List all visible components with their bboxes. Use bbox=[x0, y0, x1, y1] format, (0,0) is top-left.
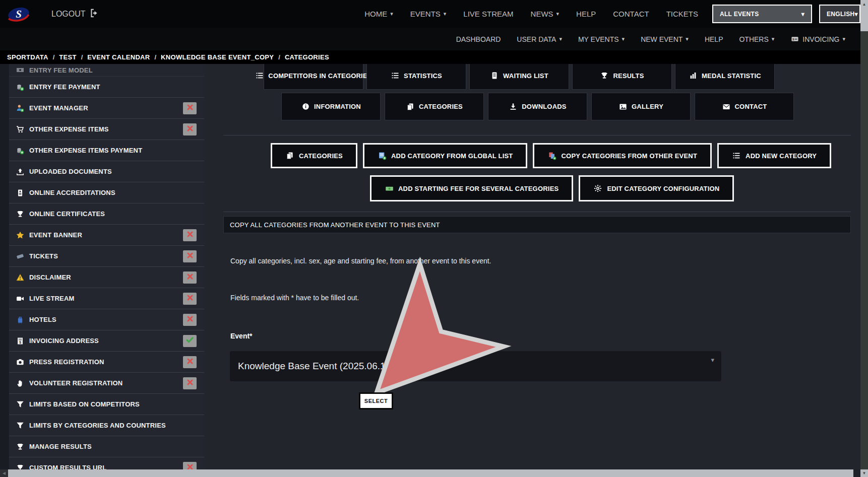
category-action-button[interactable]: ADD NEW CATEGORY bbox=[717, 143, 831, 168]
topnav-item[interactable]: LIVE STREAM bbox=[463, 10, 513, 18]
status-button[interactable] bbox=[183, 293, 197, 305]
status-button[interactable] bbox=[183, 356, 197, 368]
sidebar-item[interactable]: OTHER EXPENSE ITEMS PAYMENT bbox=[9, 140, 204, 161]
subnav-item[interactable]: DASHBOARD bbox=[456, 35, 501, 43]
user-add-icon bbox=[16, 104, 25, 112]
status-button[interactable] bbox=[183, 271, 197, 284]
subnav-item[interactable]: OTHERS ▾ bbox=[739, 35, 774, 43]
sidebar-item[interactable]: LIMITS BASED ON COMPETITORS bbox=[9, 394, 204, 415]
sidebar-item[interactable]: DISCLAIMER bbox=[9, 267, 204, 288]
gallery-icon bbox=[618, 103, 628, 111]
event-select[interactable]: Knowledge Base Event (2025.06.10) GER ▾ bbox=[230, 351, 721, 381]
sidebar-item[interactable]: PRESS REGISTRATION bbox=[9, 352, 204, 373]
status-button[interactable] bbox=[183, 314, 197, 326]
status-button[interactable] bbox=[183, 335, 197, 347]
trophy-icon bbox=[600, 72, 609, 80]
status-button[interactable] bbox=[183, 462, 197, 470]
coins-add-icon bbox=[16, 147, 25, 155]
vertical-scrollbar-thumb[interactable] bbox=[860, 8, 868, 31]
event-select-value-country: ) GER bbox=[391, 361, 417, 372]
category-action-button[interactable]: EDIT CATEGORY CONFIGURATION bbox=[579, 175, 734, 201]
subnav-item[interactable]: MY EVENTS ▾ bbox=[578, 35, 625, 43]
banknote-icon bbox=[16, 66, 25, 74]
copy-icon bbox=[285, 152, 294, 160]
horizontal-scrollbar[interactable]: ◀ bbox=[0, 469, 860, 477]
sidebar-item[interactable]: EVENT MANAGER bbox=[9, 98, 204, 119]
breadcrumb: SPORTDATA / TEST / EVENT CALENDAR / KNOW… bbox=[0, 50, 860, 64]
sidebar-item[interactable]: LIMITS BY CATEGORIES AND COUNTRIES bbox=[9, 415, 204, 436]
chevron-down-icon: ▾ bbox=[556, 11, 560, 17]
category-action-button[interactable]: ADD CATEGORY FROM GLOBAL LIST bbox=[363, 143, 527, 168]
scroll-left-button[interactable]: ◀ bbox=[0, 469, 8, 477]
vertical-scrollbar[interactable]: ▲ ▼ bbox=[860, 0, 868, 477]
sidebar-item[interactable]: ENTRY FEE MODEL bbox=[9, 64, 204, 77]
status-button[interactable] bbox=[183, 377, 197, 389]
category-action-button[interactable]: CATEGORIES bbox=[271, 143, 357, 168]
sidebar-item[interactable]: LIVE STREAM bbox=[9, 288, 204, 309]
event-tab[interactable]: CATEGORIES bbox=[385, 93, 484, 120]
cart-icon bbox=[16, 125, 25, 133]
breadcrumb-item[interactable]: TEST bbox=[59, 53, 76, 61]
category-action-button[interactable]: COPY CATEGORIES FROM OTHER EVENT bbox=[533, 143, 712, 168]
sidebar-item[interactable]: OTHER EXPENSE ITEMS bbox=[9, 119, 204, 140]
topnav-item[interactable]: NEWS ▾ bbox=[531, 10, 560, 18]
event-tab[interactable]: STATISTICS bbox=[366, 61, 466, 90]
subnav-item[interactable]: s INVOICING ▾ bbox=[790, 35, 845, 43]
event-tab[interactable]: RESULTS bbox=[572, 61, 672, 90]
sidebar-item[interactable]: $ INVOICING ADDRESS bbox=[9, 330, 204, 352]
sidebar-item[interactable]: HOTELS bbox=[9, 309, 204, 330]
subnav-item[interactable]: HELP bbox=[705, 35, 723, 43]
topnav-item[interactable]: HOME ▾ bbox=[364, 10, 393, 18]
trophy-icon bbox=[16, 464, 25, 470]
sidebar-item[interactable]: CUSTOM RESULTS URL bbox=[9, 457, 204, 469]
sidebar-item[interactable]: MANAGE RESULTS bbox=[9, 436, 204, 457]
id-card-icon bbox=[16, 189, 25, 197]
scroll-up-button[interactable]: ▲ bbox=[860, 0, 868, 8]
status-button[interactable] bbox=[183, 102, 197, 114]
chevron-down-icon: ▾ bbox=[390, 11, 393, 17]
all-events-dropdown[interactable]: ALL EVENTS ▾ bbox=[712, 5, 812, 23]
list-icon bbox=[255, 72, 264, 80]
status-button[interactable] bbox=[183, 123, 197, 135]
logout-button[interactable]: LOGOUT bbox=[51, 9, 99, 20]
upload-icon bbox=[16, 168, 25, 176]
sidebar-item[interactable]: UPLOADED DOCUMENTS bbox=[9, 161, 204, 182]
sidebar-item[interactable]: ONLINE CERTIFICATES bbox=[9, 203, 204, 225]
subnav-item[interactable]: NEW EVENT ▾ bbox=[641, 35, 689, 43]
sportdata-logo[interactable]: S bbox=[7, 5, 30, 24]
category-action-button[interactable]: ADD STARTING FEE FOR SEVERAL CATEGORIES bbox=[370, 175, 573, 201]
hand-icon bbox=[16, 379, 25, 387]
breadcrumb-item[interactable]: EVENT CALENDAR bbox=[87, 53, 150, 61]
language-dropdown[interactable]: ENGLISH ▾ bbox=[819, 5, 860, 23]
status-button[interactable] bbox=[183, 250, 197, 262]
event-tab[interactable]: DOWNLOADS bbox=[488, 93, 587, 120]
event-tab[interactable]: GALLERY bbox=[591, 93, 691, 120]
event-tab[interactable]: MEDAL STATISTIC bbox=[675, 61, 775, 90]
x-icon bbox=[186, 230, 194, 240]
event-tab[interactable]: INFORMATION bbox=[281, 93, 381, 120]
horizontal-scrollbar-thumb[interactable] bbox=[8, 469, 853, 477]
divider bbox=[223, 135, 851, 135]
chevron-down-icon: ▾ bbox=[842, 36, 845, 42]
top-navbar: S LOGOUT HOME ▾ EVENTS ▾ bbox=[0, 0, 860, 28]
event-tab[interactable]: CONTACT bbox=[695, 93, 794, 120]
invoice-icon: $ bbox=[16, 337, 25, 345]
sidebar-item[interactable]: TICKETS bbox=[9, 246, 204, 267]
event-select-value: Knowledge Base Event (2025.06.10 bbox=[238, 361, 391, 372]
event-tab[interactable]: COMPETITORS IN CATEGORIES bbox=[264, 61, 363, 90]
scroll-down-button[interactable]: ▼ bbox=[860, 469, 868, 477]
event-tab[interactable]: WAITING LIST bbox=[469, 61, 569, 90]
breadcrumb-item[interactable]: CATEGORIES bbox=[285, 53, 329, 61]
sidebar-item[interactable]: ENTRY FEE PAYMENT bbox=[9, 77, 204, 98]
sidebar-item[interactable]: VOLUNTEER REGISTRATION bbox=[9, 373, 204, 394]
breadcrumb-item[interactable]: KNOWLEDGE BASE EVENT_COPY bbox=[161, 53, 274, 61]
sidebar-item[interactable]: ONLINE ACCREDITATIONS bbox=[9, 182, 204, 203]
topnav-item[interactable]: CONTACT bbox=[613, 10, 649, 18]
topnav-item[interactable]: EVENTS ▾ bbox=[410, 10, 447, 18]
subnav-item[interactable]: USER DATA ▾ bbox=[517, 35, 562, 43]
topnav-item[interactable]: TICKETS bbox=[666, 10, 698, 18]
sidebar-item[interactable]: EVENT BANNER bbox=[9, 225, 204, 246]
status-button[interactable] bbox=[183, 229, 197, 241]
breadcrumb-item[interactable]: SPORTDATA bbox=[7, 53, 48, 61]
topnav-item[interactable]: HELP bbox=[576, 10, 596, 18]
